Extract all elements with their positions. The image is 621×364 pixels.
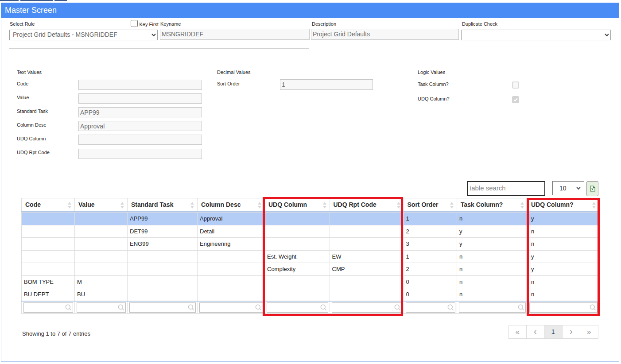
svg-text:x: x	[591, 186, 594, 191]
